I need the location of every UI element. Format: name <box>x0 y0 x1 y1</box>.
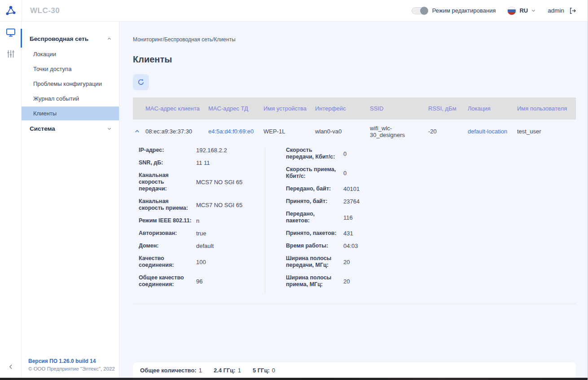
detail-label: Канальная скорость приема: <box>139 198 192 212</box>
summary-5ghz: 5 ГГц: 0 <box>253 367 275 374</box>
detail-rx-channel-rate: Канальная скорость приема:MCS7 NO SGI 65 <box>139 198 265 212</box>
detail-value: 20 <box>343 259 350 265</box>
detail-value: MCS7 NO SGI 65 <box>196 202 242 208</box>
detail-value: 0 <box>343 170 347 177</box>
collapse-row-button[interactable] <box>133 128 145 134</box>
cell-ap-mac-link[interactable]: e4:5a:d4:f0:69:e0 <box>208 128 263 135</box>
detail-label: Принято, пакетов: <box>286 230 339 237</box>
refresh-icon <box>137 78 145 86</box>
refresh-button[interactable] <box>133 74 149 90</box>
detail-common-quality: Общее качество соединения:96 <box>139 274 265 288</box>
detail-rx-packets: Принято, пакетов:431 <box>286 230 576 237</box>
cell-interface: wlan0-va0 <box>315 128 370 135</box>
detail-value: true <box>196 230 206 237</box>
detail-value: 04:03 <box>343 243 358 249</box>
col-ssid[interactable]: SSID <box>370 102 428 115</box>
cell-location-link[interactable]: default-location <box>468 128 517 135</box>
summary-label: Общее количество: <box>140 367 197 374</box>
detail-value: MCS7 NO SGI 65 <box>196 179 242 186</box>
summary-total: Общее количество: 1 <box>140 367 202 374</box>
clients-summary-bar: Общее количество: 1 2.4 ГГц: 1 5 ГГц: 0 <box>133 362 576 378</box>
detail-rx-bandwidth: Ширина полосы приема, МГц:20 <box>286 274 576 288</box>
detail-tx-channel-rate: Канальная скорость передачи:MCS7 NO SGI … <box>139 172 265 192</box>
sidebar-item-locations[interactable]: Локации <box>22 47 119 61</box>
col-device-name[interactable]: Имя устройства <box>263 102 315 115</box>
edit-mode-toggle[interactable] <box>412 7 428 14</box>
cell-rssi: -20 <box>428 128 468 135</box>
summary-value: 1 <box>199 367 202 374</box>
detail-label: Передано, байт: <box>286 186 339 192</box>
collapse-sidebar-button[interactable] <box>0 364 22 370</box>
detail-value: 0 <box>343 150 347 157</box>
detail-value: 431 <box>343 230 353 237</box>
detail-value: 11 11 <box>196 159 210 166</box>
logout-icon[interactable] <box>569 7 577 15</box>
section-label: Система <box>30 125 55 132</box>
cell-device-name: WEP-1L <box>263 128 315 135</box>
user-menu: admin <box>548 7 577 15</box>
detail-label: IP-адрес: <box>139 147 192 154</box>
col-client-mac[interactable]: MAC-адрес клиента <box>145 102 208 115</box>
wlc-30-app: { "app": { "title": "WLC-30" }, "topbar"… <box>0 0 588 380</box>
cell-username: test_user <box>517 128 576 135</box>
monitoring-rail-item[interactable] <box>0 22 22 43</box>
topbar-actions: Режим редактирования RU admin <box>412 6 588 15</box>
chevron-left-icon <box>8 364 14 370</box>
detail-ieee-mode: Режим IEEE 802.11:n <box>139 217 265 224</box>
detail-authorized: Авторизован:true <box>139 230 265 237</box>
sidebar-section-system[interactable]: Система <box>22 121 119 136</box>
sidebar-item-event-log[interactable]: Журнал событий <box>22 92 119 106</box>
sidebar-section-wireless[interactable]: Беспроводная сеть <box>22 31 119 46</box>
top-bar: WLC-30 Режим редактирования RU admin <box>0 0 588 22</box>
detail-value: 96 <box>196 278 202 285</box>
network-triangle-icon <box>5 5 17 17</box>
detail-value: n <box>196 217 199 224</box>
sidebar-footer: Версия ПО 1.26.0 build 14 © ООО Предприя… <box>28 358 115 371</box>
detail-link-quality: Качество соединения:100 <box>139 255 265 269</box>
detail-label: Время работы: <box>286 243 339 249</box>
detail-label: Скорость приема, Кбит/с: <box>286 166 339 180</box>
sidebar-item-access-points[interactable]: Точки доступа <box>22 62 119 76</box>
edit-mode-label: Режим редактирования <box>432 7 496 14</box>
cell-ssid: wifi_wlc-30_designers <box>370 125 428 138</box>
detail-label: Общее качество соединения: <box>139 274 192 288</box>
detail-value: 23764 <box>343 198 360 205</box>
detail-value: 40101 <box>343 186 360 192</box>
detail-tx-bytes: Передано, байт:40101 <box>286 186 576 192</box>
detail-label: Ширина полосы передачи, МГц: <box>286 255 339 269</box>
breadcrumb: Мониторинг/Беспроводная сеть/Клиенты <box>133 36 576 43</box>
col-rssi[interactable]: RSSI, дБм <box>428 102 468 115</box>
detail-tx-bandwidth: Ширина полосы передачи, МГц:20 <box>286 255 576 269</box>
detail-label: Домен: <box>139 243 192 249</box>
chevron-down-icon <box>531 8 536 13</box>
language-selector[interactable]: RU <box>507 6 536 15</box>
app-logo[interactable] <box>0 0 22 22</box>
col-interface[interactable]: Интерфейс <box>315 102 370 115</box>
clients-table-header: MAC-адрес клиента MAC-адрес ТД Имя устро… <box>133 97 576 119</box>
col-username[interactable]: Имя пользователя <box>517 102 576 115</box>
col-ap-mac[interactable]: MAC-адрес ТД <box>208 102 263 115</box>
window-bottom-edge <box>0 378 588 380</box>
detail-ip: IP-адрес:192.168.2.2 <box>139 147 265 154</box>
chevron-down-icon <box>107 126 112 131</box>
chevron-up-icon <box>107 36 112 41</box>
content-row: Беспроводная сеть Локации Точки доступа … <box>0 22 588 378</box>
col-location[interactable]: Локация <box>468 102 517 115</box>
detail-label: Режим IEEE 802.11: <box>139 217 192 224</box>
detail-value: 116 <box>343 214 353 221</box>
page-title: Клиенты <box>133 54 576 65</box>
edit-mode-toggle-group[interactable]: Режим редактирования <box>412 7 496 14</box>
sidebar-item-clients[interactable]: Клиенты <box>22 106 119 120</box>
client-table-row[interactable]: 08:ec:a9:3e:37:30 e4:5a:d4:f0:69:e0 WEP-… <box>133 119 576 143</box>
settings-rail-item[interactable] <box>0 43 22 65</box>
detail-label: Авторизован: <box>139 230 192 237</box>
detail-uptime: Время работы:04:03 <box>286 243 576 249</box>
client-details-panel: IP-адрес:192.168.2.2 SNR, дБ:11 11 Канал… <box>133 143 576 304</box>
summary-value: 0 <box>272 367 275 374</box>
username: admin <box>548 7 564 14</box>
sidebar-item-config-problems[interactable]: Проблемы конфигурации <box>22 77 119 91</box>
sliders-icon <box>6 49 16 59</box>
detail-label: Передано, пакетов: <box>286 211 339 224</box>
firmware-version-link[interactable]: Версия ПО 1.26.0 build 14 <box>28 358 115 364</box>
copyright-text: © ООО Предприятие "Элтекс", 2022 <box>28 366 115 371</box>
